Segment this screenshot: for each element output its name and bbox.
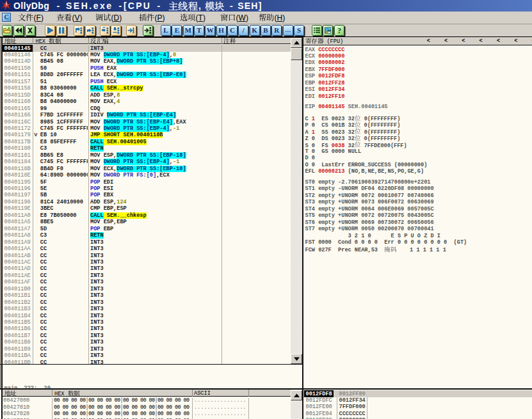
svg-text:?: ? [337, 26, 341, 35]
